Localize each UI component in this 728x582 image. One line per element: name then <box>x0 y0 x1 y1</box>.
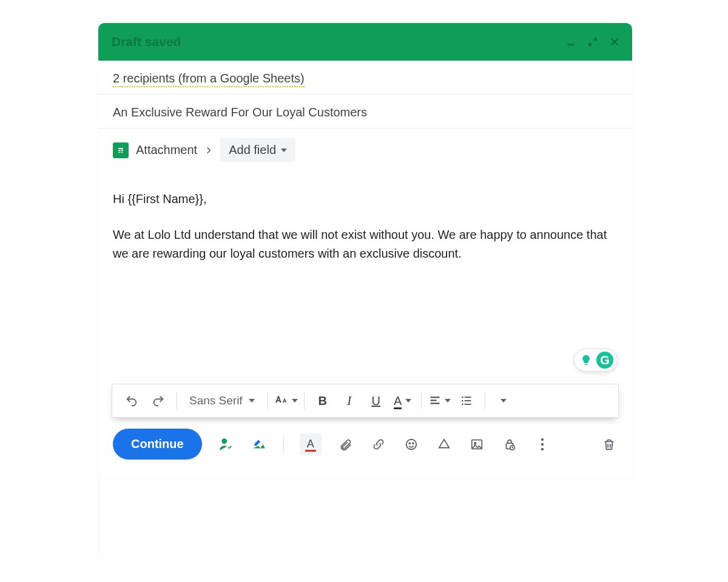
recipients-field[interactable]: 2 recipients (from a Google Sheets) <box>98 61 632 95</box>
insert-link-icon[interactable] <box>370 436 387 453</box>
undo-button[interactable] <box>120 389 144 413</box>
font-family-dropdown[interactable]: Sans Serif <box>183 389 261 413</box>
caret-down-icon <box>249 399 255 403</box>
attach-file-icon[interactable] <box>337 436 354 453</box>
align-button[interactable] <box>428 389 452 413</box>
chevron-right-icon <box>204 146 213 155</box>
email-body[interactable]: Hi {{First Name}}, We at Lolo Ltd unders… <box>98 172 632 384</box>
confidential-mode-icon[interactable] <box>501 436 518 453</box>
discard-draft-icon[interactable] <box>601 436 618 453</box>
caret-down-icon <box>405 399 411 403</box>
emoji-icon[interactable] <box>403 436 420 453</box>
caret-down-icon <box>292 399 298 403</box>
person-check-icon[interactable] <box>218 436 235 453</box>
svg-point-5 <box>462 396 463 398</box>
insert-photo-icon[interactable] <box>468 436 485 453</box>
close-icon[interactable] <box>608 35 621 48</box>
svg-rect-2 <box>430 396 439 398</box>
action-bar: Continue A <box>98 429 632 477</box>
italic-button[interactable]: I <box>337 389 362 413</box>
compose-header: Draft saved <box>98 23 632 61</box>
svg-point-12 <box>406 439 416 449</box>
attachment-row: Attachment Add field <box>98 129 632 172</box>
list-button[interactable] <box>454 389 479 413</box>
svg-point-7 <box>462 400 463 402</box>
grammarly-badge[interactable]: G <box>574 349 618 372</box>
svg-point-14 <box>412 443 413 444</box>
lightbulb-icon <box>579 353 593 367</box>
add-field-button[interactable]: Add field <box>220 138 295 162</box>
svg-point-20 <box>541 443 543 445</box>
svg-rect-10 <box>464 404 471 405</box>
separator <box>304 392 305 409</box>
svg-rect-0 <box>568 44 575 45</box>
body-greeting: Hi {{First Name}}, <box>113 190 618 209</box>
caret-down-icon <box>445 399 451 403</box>
add-field-label: Add field <box>229 143 276 157</box>
expand-icon[interactable] <box>586 35 599 48</box>
text-color-button[interactable]: A <box>391 389 415 413</box>
more-formatting-button[interactable] <box>491 389 516 413</box>
google-sheets-icon <box>113 142 129 158</box>
svg-rect-4 <box>430 403 439 404</box>
svg-point-16 <box>474 442 476 444</box>
attachment-label[interactable]: Attachment <box>136 143 197 157</box>
insert-drive-icon[interactable] <box>436 436 453 453</box>
continue-button[interactable]: Continue <box>113 429 202 460</box>
underline-button[interactable]: U <box>364 389 388 413</box>
more-options-icon[interactable] <box>534 436 551 453</box>
font-size-button[interactable] <box>274 389 298 413</box>
separator <box>267 392 268 409</box>
caret-down-icon <box>281 149 287 152</box>
redo-button[interactable] <box>146 389 170 413</box>
recipients-summary: 2 recipients (from a Google Sheets) <box>113 72 305 87</box>
separator <box>177 392 177 409</box>
svg-rect-8 <box>464 400 471 401</box>
grammarly-g-icon: G <box>596 352 613 369</box>
svg-point-19 <box>541 438 543 440</box>
svg-point-11 <box>221 438 227 444</box>
subject-text: An Exclusive Reward For Our Loyal Custom… <box>113 105 367 119</box>
separator <box>485 392 485 409</box>
compose-window: Draft saved 2 recipients (from a Google … <box>98 23 632 477</box>
formatting-toolbar: Sans Serif B I U A <box>112 384 619 418</box>
svg-point-21 <box>541 447 543 450</box>
separator <box>283 436 284 453</box>
svg-rect-6 <box>464 396 471 398</box>
bold-button[interactable]: B <box>311 389 335 413</box>
subject-field[interactable]: An Exclusive Reward For Our Loyal Custom… <box>98 95 632 129</box>
svg-point-9 <box>462 404 463 406</box>
caret-down-icon <box>500 399 507 403</box>
svg-point-13 <box>409 443 410 444</box>
separator <box>421 392 422 409</box>
draft-status-title: Draft saved <box>112 35 181 49</box>
font-family-label: Sans Serif <box>189 394 243 407</box>
minimize-icon[interactable] <box>564 35 578 48</box>
svg-rect-3 <box>430 400 436 401</box>
formatting-options-button[interactable]: A <box>300 433 322 455</box>
body-paragraph: We at Lolo Ltd understand that we will n… <box>113 226 618 263</box>
signature-icon[interactable] <box>251 436 268 453</box>
